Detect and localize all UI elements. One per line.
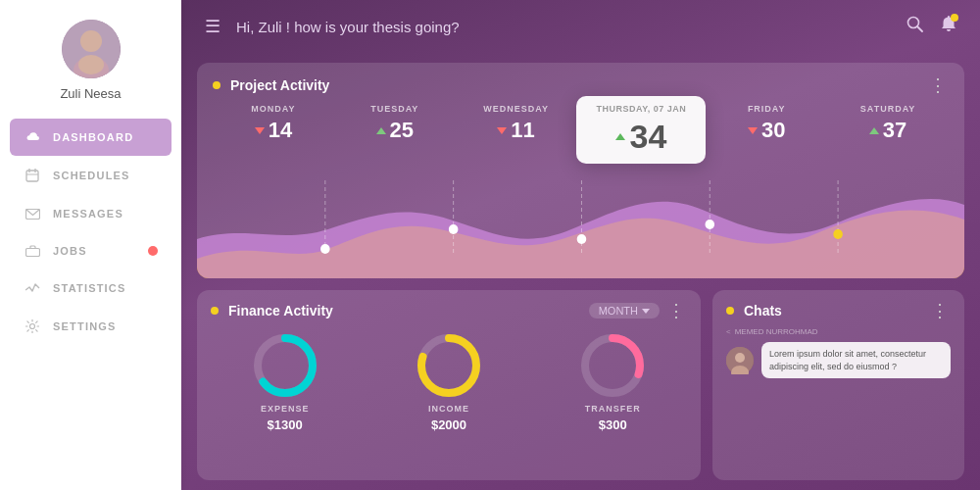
svg-rect-4 <box>26 171 38 181</box>
sidebar-item-jobs-label: JOBS <box>53 245 87 257</box>
trend-up-icon <box>376 127 386 134</box>
sidebar-item-settings[interactable]: SETTINGS <box>0 307 181 346</box>
day-tuesday-label: TUESDAY <box>370 104 418 114</box>
sidebar-item-messages[interactable]: MESSAGES <box>0 195 181 232</box>
svg-line-12 <box>917 26 922 31</box>
income-label: INCOME <box>428 404 469 414</box>
sidebar-item-schedules[interactable]: SCHEDULES <box>0 156 181 195</box>
wave-svg <box>197 171 964 278</box>
search-icon[interactable] <box>906 16 923 37</box>
day-saturday-label: SATURDAY <box>860 104 916 114</box>
day-tuesday-value: 25 <box>376 118 414 143</box>
envelope-icon <box>24 209 41 220</box>
chats-card-title: Chats <box>744 303 931 318</box>
income-donut <box>415 331 483 400</box>
transfer-label: TRANSFER <box>585 404 641 414</box>
sidebar-item-dashboard[interactable]: DASHBOARD <box>10 119 172 156</box>
expense-donut <box>251 331 319 400</box>
income-value: $2000 <box>431 417 466 432</box>
activity-icon <box>24 282 41 294</box>
day-friday-label: FRIDAY <box>748 104 786 114</box>
sidebar: Zuli Neesa DASHBOARD SCHEDULES MESSAGES … <box>0 0 181 490</box>
chat-message: Lorem ipsum dolor sit amet, consectetur … <box>769 349 926 371</box>
project-card-menu[interactable]: ⋮ <box>929 74 949 96</box>
expense-value: $1300 <box>268 417 303 432</box>
bottom-row: Finance Activity MONTH ⋮ EXPENSE <box>197 290 964 480</box>
days-row: MONDAY 14 TUESDAY 25 WEDNESDAY <box>197 104 964 156</box>
day-thursday: THURSDAY, 07 JAN 34 <box>576 96 706 164</box>
chats-card-header: Chats ⋮ <box>712 290 964 327</box>
project-dot <box>213 81 220 89</box>
hamburger-icon[interactable]: ☰ <box>205 16 220 37</box>
user-name: Zuli Neesa <box>60 86 121 101</box>
notification-dot <box>951 14 958 22</box>
donut-row: EXPENSE $1300 INCOME $2000 <box>197 327 701 432</box>
sidebar-item-statistics-label: STATISTICS <box>53 282 126 294</box>
wave-chart <box>197 171 964 278</box>
greeting-text: Hi, Zuli ! how is your thesis going? <box>236 19 906 35</box>
day-monday-number: 14 <box>269 118 292 143</box>
avatar <box>62 20 121 78</box>
jobs-badge <box>148 246 158 256</box>
day-tuesday: TUESDAY 25 <box>334 104 456 156</box>
briefcase-icon <box>24 245 41 257</box>
sidebar-item-schedules-label: SCHEDULES <box>53 170 130 181</box>
chat-bubble: Lorem ipsum dolor sit amet, consectetur … <box>761 342 951 378</box>
svg-point-22 <box>833 229 843 239</box>
sidebar-item-jobs[interactable]: JOBS <box>0 232 181 270</box>
month-filter[interactable]: MONTH <box>589 303 660 318</box>
trend-up-icon-thu <box>615 133 625 140</box>
day-monday-label: MONDAY <box>251 104 295 114</box>
avatar-image <box>62 20 121 78</box>
finance-card-header: Finance Activity MONTH ⋮ <box>197 290 701 327</box>
transfer-item: TRANSFER $300 <box>578 331 647 432</box>
trend-down-icon-wed <box>497 127 507 134</box>
expense-label: EXPENSE <box>261 404 310 414</box>
day-wednesday-number: 11 <box>511 118 534 143</box>
svg-point-18 <box>320 244 330 254</box>
svg-point-21 <box>705 220 714 229</box>
calendar-icon <box>24 169 41 182</box>
day-saturday: SATURDAY 37 <box>827 104 949 156</box>
transfer-value: $300 <box>599 417 627 432</box>
chats-dot <box>726 307 734 315</box>
chat-avatar <box>726 347 754 374</box>
sidebar-item-dashboard-label: DASHBOARD <box>53 131 133 143</box>
svg-point-19 <box>449 224 459 234</box>
main-content: ☰ Hi, Zuli ! how is your thesis going? P… <box>181 0 980 490</box>
chat-sender-name: MEMED NURROHMAD <box>735 327 818 336</box>
project-activity-card: Project Activity ⋮ MONDAY 14 TUESDAY <box>197 63 964 278</box>
finance-card-menu[interactable]: ⋮ <box>667 300 687 321</box>
cloud-icon <box>24 131 41 143</box>
chat-sender: < MEMED NURROHMAD <box>712 327 964 338</box>
chats-card-menu[interactable]: ⋮ <box>931 300 951 321</box>
income-item: INCOME $2000 <box>415 331 483 432</box>
chats-card: Chats ⋮ < MEMED NURROHMAD Lorem ipsum do… <box>712 290 964 480</box>
chevron-down-icon <box>642 309 650 314</box>
expense-item: EXPENSE $1300 <box>251 331 319 432</box>
trend-up-icon-sat <box>869 127 879 134</box>
transfer-donut <box>578 331 647 400</box>
day-saturday-value: 37 <box>869 118 906 143</box>
day-wednesday-value: 11 <box>497 118 534 143</box>
day-wednesday-label: WEDNESDAY <box>483 104 549 114</box>
project-card-title: Project Activity <box>230 77 929 93</box>
trend-down-icon <box>255 127 265 134</box>
day-friday: FRIDAY 30 <box>706 104 827 156</box>
day-thursday-number: 34 <box>629 118 666 156</box>
month-filter-label: MONTH <box>599 305 638 317</box>
svg-point-3 <box>78 55 104 74</box>
svg-point-20 <box>577 234 587 244</box>
sidebar-item-statistics[interactable]: STATISTICS <box>0 270 181 307</box>
content-area: Project Activity ⋮ MONDAY 14 TUESDAY <box>181 53 980 490</box>
trend-down-icon-fri <box>748 127 758 134</box>
day-friday-number: 30 <box>761 118 785 143</box>
svg-point-1 <box>80 30 102 52</box>
gear-icon <box>24 319 41 333</box>
notification-icon[interactable] <box>941 16 956 38</box>
topbar-actions <box>906 16 956 38</box>
day-thursday-label: THURSDAY, 07 JAN <box>597 104 687 114</box>
day-wednesday: WEDNESDAY 11 <box>456 104 577 156</box>
finance-dot <box>211 307 219 315</box>
sidebar-item-messages-label: MESSAGES <box>53 208 123 220</box>
